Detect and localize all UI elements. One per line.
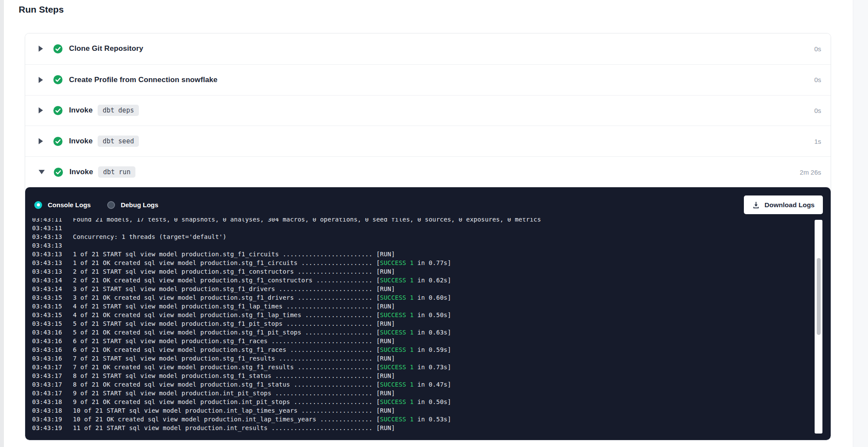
log-message: 2 of 21 START sql view model production.… [73, 268, 395, 275]
log-line: 03:43:154 of 21 START sql view model pro… [32, 302, 812, 311]
log-text: in 0.77s] [414, 259, 451, 266]
page-title: Run Steps [19, 4, 64, 15]
log-text: in 0.73s] [414, 364, 451, 371]
logs-toolbar: Console Logs Debug Logs Download Logs [25, 187, 831, 217]
console-log-output: 03:43:11Found 21 models, 17 tests, 0 sna… [32, 218, 812, 432]
log-line: 03:43:132 of 21 START sql view model pro… [32, 267, 812, 276]
log-status-success: SUCCESS 1 [380, 277, 414, 284]
log-text: 7 of 21 START sql view model production.… [73, 355, 395, 362]
step-label: Create Profile from Connection snowflake [69, 76, 217, 84]
success-check-icon [53, 75, 62, 84]
log-line: 03:43:189 of 21 OK created sql view mode… [32, 397, 812, 406]
log-line: 03:43:165 of 21 OK created sql view mode… [32, 328, 812, 337]
step-row[interactable]: Invoke dbt run 2m 26s [25, 156, 831, 187]
log-message: 9 of 21 START sql view model production.… [73, 390, 395, 397]
log-message: 9 of 21 OK created sql view model produc… [73, 398, 451, 405]
success-check-icon [53, 137, 62, 146]
log-text: 6 of 21 START sql view model production.… [73, 338, 395, 344]
log-line: 03:43:11 [32, 224, 812, 232]
log-text: 4 of 21 START sql view model production.… [73, 303, 395, 310]
success-check-icon [54, 168, 63, 177]
log-message: 8 of 21 START sql view model production.… [73, 372, 395, 379]
logs-tab-group: Console Logs Debug Logs [34, 201, 175, 209]
log-message: 5 of 21 START sql view model production.… [73, 320, 395, 327]
log-text: in 0.50s] [414, 311, 451, 318]
log-viewport[interactable]: 03:43:11Found 21 models, 17 tests, 0 sna… [32, 218, 812, 435]
chevron-right-icon[interactable] [39, 138, 43, 144]
log-message: 10 of 21 OK created sql view model produ… [73, 416, 451, 423]
right-edge-panel [853, 0, 868, 447]
log-message: 6 of 21 START sql view model production.… [73, 338, 395, 344]
chevron-right-icon[interactable] [39, 77, 43, 83]
log-text: 10 of 21 START sql view model production… [73, 407, 395, 414]
log-text: Concurrency: 1 threads (target='default'… [73, 233, 227, 240]
log-status-success: SUCCESS 1 [380, 381, 414, 388]
log-text: 10 of 21 OK created sql view model produ… [73, 416, 380, 423]
log-line: 03:43:1810 of 21 START sql view model pr… [32, 406, 812, 415]
log-timestamp: 03:43:13 [32, 232, 73, 241]
console-logs-radio[interactable]: Console Logs [34, 201, 91, 209]
download-logs-label: Download Logs [765, 201, 815, 209]
log-timestamp: 03:43:11 [32, 224, 73, 232]
radio-icon[interactable] [34, 201, 42, 209]
debug-logs-radio[interactable]: Debug Logs [107, 201, 158, 209]
log-status-success: SUCCESS 1 [380, 364, 414, 371]
log-text: in 0.63s] [414, 329, 451, 336]
log-timestamp: 03:43:13 [32, 250, 73, 258]
log-message: 7 of 21 START sql view model production.… [73, 355, 395, 362]
log-line: 03:43:155 of 21 START sql view model pro… [32, 319, 812, 328]
log-status-success: SUCCESS 1 [380, 329, 414, 336]
step-row[interactable]: Invoke dbt deps 0s [25, 95, 831, 126]
log-text: in 0.59s] [414, 346, 451, 353]
log-text: in 0.62s] [414, 277, 451, 284]
log-timestamp: 03:43:14 [32, 285, 73, 293]
log-timestamp: 03:43:19 [32, 424, 73, 432]
steps-list: Clone Git Repository 0s Create Profile f… [25, 33, 831, 187]
log-text: 9 of 21 OK created sql view model produc… [73, 398, 380, 405]
log-status-success: SUCCESS 1 [380, 294, 414, 301]
log-line: 03:43:167 of 21 START sql view model pro… [32, 354, 812, 363]
logs-panel: Console Logs Debug Logs Download Logs 03… [25, 187, 831, 440]
log-scrollbar[interactable] [815, 220, 822, 434]
log-status-success: SUCCESS 1 [380, 398, 414, 405]
log-text: Found 21 models, 17 tests, 0 snapshots, … [73, 218, 541, 223]
log-message: 4 of 21 START sql view model production.… [73, 303, 395, 310]
log-message: Concurrency: 1 threads (target='default'… [73, 233, 227, 240]
log-timestamp: 03:43:19 [32, 415, 73, 424]
log-timestamp: 03:43:15 [32, 311, 73, 319]
step-row[interactable]: Invoke dbt seed 1s [25, 126, 831, 156]
log-text: 8 of 21 START sql view model production.… [73, 372, 395, 379]
chevron-right-icon[interactable] [39, 46, 43, 52]
log-timestamp: 03:43:17 [32, 380, 73, 389]
log-status-success: SUCCESS 1 [380, 259, 414, 266]
log-message: 5 of 21 OK created sql view model produc… [73, 329, 451, 336]
log-message: 8 of 21 OK created sql view model produc… [73, 381, 451, 388]
left-edge-strip [0, 0, 4, 447]
log-line: 03:43:178 of 21 START sql view model pro… [32, 371, 812, 380]
log-message: 7 of 21 OK created sql view model produc… [73, 364, 451, 371]
log-status-success: SUCCESS 1 [380, 416, 414, 423]
log-line: 03:43:177 of 21 OK created sql view mode… [32, 363, 812, 371]
log-text: 11 of 21 START sql view model production… [73, 424, 395, 431]
download-logs-button[interactable]: Download Logs [744, 195, 823, 214]
log-status-success: SUCCESS 1 [380, 346, 414, 353]
log-line: 03:43:11Found 21 models, 17 tests, 0 sna… [32, 218, 812, 224]
log-line: 03:43:154 of 21 OK created sql view mode… [32, 311, 812, 319]
log-timestamp: 03:43:15 [32, 302, 73, 311]
log-status-success: SUCCESS 1 [380, 311, 414, 318]
log-text: 5 of 21 START sql view model production.… [73, 320, 395, 327]
chevron-down-icon[interactable] [39, 170, 45, 174]
step-duration: 0s [814, 45, 821, 53]
chevron-right-icon[interactable] [39, 107, 43, 113]
log-scrollbar-thumb[interactable] [817, 258, 821, 335]
log-text: in 0.53s] [414, 416, 451, 423]
run-steps-card: Clone Git Repository 0s Create Profile f… [25, 33, 831, 440]
step-label: Invoke [69, 106, 92, 115]
step-row[interactable]: Create Profile from Connection snowflake… [25, 64, 831, 95]
log-timestamp: 03:43:15 [32, 319, 73, 328]
log-line: 03:43:166 of 21 START sql view model pro… [32, 337, 812, 345]
radio-icon[interactable] [107, 201, 115, 209]
log-message: 1 of 21 OK created sql view model produc… [73, 259, 451, 266]
step-row[interactable]: Clone Git Repository 0s [25, 33, 831, 64]
log-message: Found 21 models, 17 tests, 0 snapshots, … [73, 218, 541, 223]
